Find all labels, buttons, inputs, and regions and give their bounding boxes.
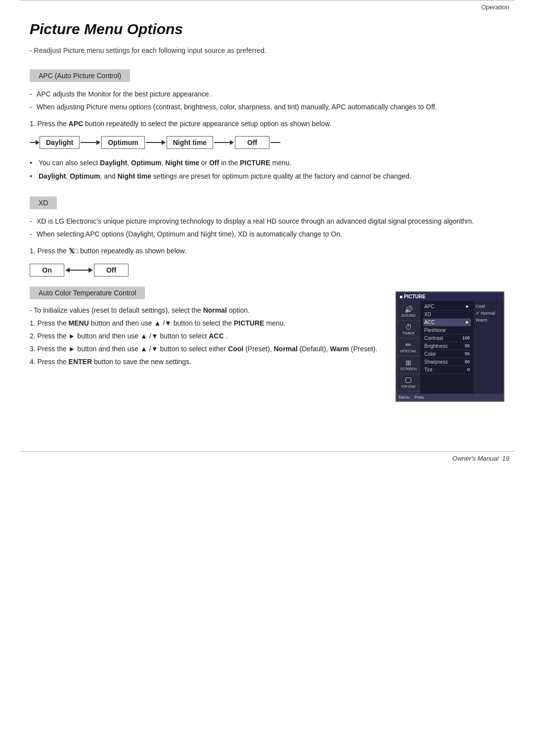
apc-bullet-2: When adjusting Picture menu options (con…	[30, 102, 504, 112]
acc-row-value: ►	[465, 320, 470, 325]
apc-step1: 1. Press the APC button repeatedly to se…	[30, 118, 504, 129]
apc-section-header: APC (Auto Picture Control)	[30, 69, 130, 82]
flow-arrow-1	[81, 139, 100, 146]
flow-box-optimum: Optimum	[101, 136, 144, 149]
apc-bullet-list: APC adjusts the Monitor for the best pic…	[30, 89, 504, 112]
actc-section-header: Auto Color Temperature Control	[30, 286, 145, 299]
actc-step3-text: 3. Press the ► button and then use ▲ /▼ …	[30, 345, 377, 353]
flow-start-arrow	[30, 139, 40, 146]
sidebar-screen: ⊞ SCREEN	[397, 356, 420, 374]
menu-screenshot: ■ PICTURE 🔊 SOUND ⏱ TIMER	[396, 291, 504, 402]
menu-row-brightness: Brightness 55	[423, 342, 471, 350]
footer-label: Owner's Manual 19	[0, 455, 509, 467]
apc-flow-diagram: Daylight Optimum Night time Off	[30, 136, 504, 149]
menu-screenshot-header: ■ PICTURE	[397, 292, 503, 301]
xd-flow-diagram: On Off	[30, 264, 504, 277]
actc-step4-text: 4. Press the ENTER button to save the ne…	[30, 358, 191, 366]
apc-dot-list: You can also select Daylight, Optimum, N…	[30, 158, 504, 182]
apc-bullet-1: APC adjusts the Monitor for the best pic…	[30, 89, 504, 99]
page-title: Picture Menu Options	[30, 21, 504, 38]
operation-text: Operation	[481, 3, 509, 11]
apc-button-label: APC	[69, 120, 84, 128]
tint-row-value: 0	[467, 367, 470, 373]
menu-row-color: Color 55	[423, 350, 471, 358]
actc-step1-text: 1. Press the MENU button and then use ▲ …	[30, 319, 285, 327]
screen-icon: ⊞	[398, 359, 419, 367]
flow-box-off: Off	[235, 136, 269, 149]
sidebar-sound: 🔊 SOUND	[397, 303, 420, 321]
menu-row-sharpness: Sharpness 60	[423, 358, 471, 366]
menu-picture-text: PICTURE	[404, 294, 426, 299]
main-content: Picture Menu Options - Readjust Picture …	[0, 16, 534, 422]
special-label: SPECIAL	[398, 349, 419, 353]
right-option-normal: Normal	[476, 310, 501, 317]
screen-label: SCREEN	[398, 367, 419, 371]
timer-label: TIMER	[398, 331, 419, 335]
sharpness-row-label: Sharpness	[424, 359, 465, 365]
top-rule	[20, 0, 514, 3]
menu-bottom: Menu Prev.	[397, 394, 503, 401]
menu-row-xd: XD	[423, 311, 471, 319]
flow-arrow-2	[146, 139, 166, 146]
svg-marker-1	[65, 268, 70, 273]
flow-box-nighttime: Night time	[167, 136, 213, 149]
operation-label: Operation	[0, 3, 509, 11]
brightness-row-value: 55	[465, 343, 470, 349]
bottom-rule	[20, 451, 514, 455]
menu-row-fleshtone: Fleshtone	[423, 327, 471, 334]
flow-box-daylight: Daylight	[40, 136, 80, 149]
flow-end-line	[270, 142, 280, 143]
apc-row-label: APC	[424, 304, 465, 309]
pipdw-label: PIP/DW	[398, 384, 419, 389]
brightness-row-label: Brightness	[424, 343, 465, 349]
color-row-value: 55	[465, 351, 470, 357]
sharpness-row-value: 60	[465, 359, 470, 365]
sidebar-pipdw: 🖵 PIP/DW	[397, 374, 420, 392]
apc-step1-num: 1. Press the APC button repeatedly to se…	[30, 120, 331, 128]
flow-arrow-3	[214, 139, 234, 146]
xd-flow-box-on: On	[30, 264, 64, 277]
fleshtone-row-label: Fleshtone	[424, 328, 470, 333]
menu-row-contrast: Contrast 100	[423, 334, 471, 342]
xd-bidirectional-arrow	[65, 265, 93, 276]
page-container: Operation Picture Menu Options - Readjus…	[0, 0, 534, 756]
color-row-label: Color	[424, 351, 465, 357]
apc-dot-2: Daylight, Optimum, and Night time settin…	[30, 171, 504, 182]
menu-main: APC ► XD ACC ► Fleshtone	[420, 301, 474, 394]
xd-bullet-2: When selecting APC options (Daylight, Op…	[30, 229, 504, 239]
actc-intro-text: - To initialize values (reset to default…	[30, 306, 250, 314]
xd-section: XD XD is LG Electronic's unique picture …	[30, 196, 504, 276]
timer-icon: ⏱	[398, 323, 419, 331]
owners-manual-text: Owner's Manual 19	[452, 455, 509, 462]
contrast-row-value: 100	[462, 335, 470, 341]
contrast-row-label: Contrast	[424, 335, 462, 341]
intro-text: - Readjust Picture menu settings for eac…	[30, 47, 504, 54]
xd-symbol: 𝕏□	[69, 247, 78, 255]
menu-right-col: Cool Normal Warm	[474, 301, 503, 394]
menu-bottom-menu: Menu	[399, 395, 410, 400]
acc-row-label: ACC	[424, 320, 465, 325]
apc-row-value: ►	[465, 304, 470, 309]
apc-section: APC (Auto Picture Control) APC adjusts t…	[30, 69, 504, 182]
tint-row-label: Tint	[424, 367, 467, 373]
special-icon: ✏	[398, 341, 419, 349]
xd-bullet-1: XD is LG Electronic's unique picture imp…	[30, 216, 504, 227]
menu-screenshot-inner: 🔊 SOUND ⏱ TIMER ✏ SPECIAL ⊞	[397, 301, 503, 394]
page-number: 19	[502, 455, 509, 462]
owners-manual-label: Owner's Manual	[452, 455, 499, 462]
menu-row-apc: APC ►	[423, 303, 471, 311]
xd-section-header: XD	[30, 196, 57, 209]
sound-icon: 🔊	[398, 305, 419, 313]
xd-bullet-list: XD is LG Electronic's unique picture imp…	[30, 216, 504, 239]
sidebar-special: ✏ SPECIAL	[397, 338, 420, 356]
actc-step2-text: 2. Press the ► button and then use ▲ /▼ …	[30, 332, 227, 340]
apc-dot-1: You can also select Daylight, Optimum, N…	[30, 158, 504, 168]
svg-marker-2	[89, 268, 93, 273]
bidirectional-arrow-svg	[65, 265, 93, 276]
xd-row-label: XD	[424, 312, 470, 317]
sidebar-timer: ⏱ TIMER	[397, 321, 420, 338]
xd-flow-box-off: Off	[94, 264, 129, 277]
menu-row-acc: ACC ►	[423, 319, 471, 327]
right-option-cool: Cool	[476, 303, 501, 310]
menu-picture-label: ■	[400, 294, 404, 299]
